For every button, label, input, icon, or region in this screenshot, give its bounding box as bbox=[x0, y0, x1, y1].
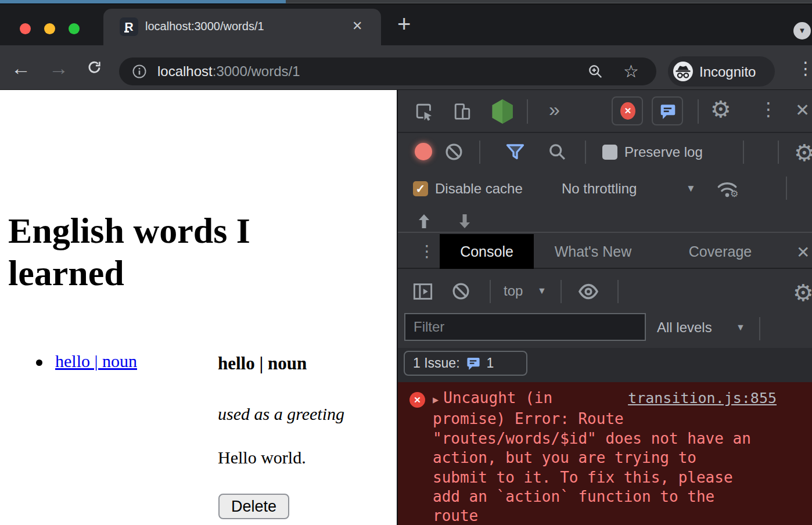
list-bullet bbox=[36, 359, 42, 366]
browser-tab[interactable]: R localhost:3000/words/1 ✕ bbox=[103, 9, 381, 45]
record-network-icon[interactable] bbox=[415, 143, 432, 160]
word-definition: used as a greeting bbox=[218, 404, 344, 424]
network-toolbar: Preserve log ⚙ bbox=[398, 134, 812, 170]
devtools-menu-icon[interactable]: ⋮ bbox=[759, 98, 778, 120]
issue-message-icon bbox=[466, 356, 481, 371]
devtools-main-toolbar: » ✕ ⚙ ⋮ ✕ bbox=[398, 90, 812, 133]
web-page: English words I learned hello | noun hel… bbox=[0, 90, 397, 525]
filter-input[interactable] bbox=[404, 313, 646, 341]
error-line: Uncaught (in bbox=[443, 389, 552, 407]
favicon-letter: R bbox=[124, 20, 133, 33]
page-heading: English words I learned bbox=[8, 210, 322, 294]
disable-cache-checkbox[interactable]: ✓ bbox=[413, 181, 428, 196]
console-settings-icon[interactable]: ⚙ bbox=[793, 279, 812, 306]
node-icon[interactable] bbox=[490, 98, 515, 125]
network-options-row: ✓ Disable cache No throttling ▼ ⚙ bbox=[398, 170, 812, 207]
clear-console-icon[interactable] bbox=[451, 282, 470, 301]
throttling-select[interactable]: No throttling bbox=[562, 181, 637, 197]
reload-button[interactable] bbox=[86, 60, 103, 77]
devtools-panel: » ✕ ⚙ ⋮ ✕ bbox=[397, 90, 812, 525]
issues-area: 1 Issue: 1 bbox=[398, 348, 812, 382]
error-message: ▶Uncaught (in transition.js:855 promise)… bbox=[433, 389, 777, 525]
issues-label: 1 Issue: bbox=[413, 355, 460, 371]
url-path: :3000/words/1 bbox=[213, 63, 300, 79]
drawer-menu-icon[interactable]: ⋮ bbox=[419, 242, 435, 261]
issues-button[interactable]: 1 Issue: 1 bbox=[404, 351, 527, 376]
settings-icon[interactable]: ⚙ bbox=[710, 96, 731, 123]
expand-triangle-icon[interactable]: ▶ bbox=[433, 394, 439, 405]
filter-funnel-icon[interactable] bbox=[505, 142, 526, 163]
issues-badge-button[interactable] bbox=[652, 96, 683, 125]
error-line: "routes/words/$id" does not have an bbox=[433, 429, 777, 448]
error-line: route bbox=[433, 506, 777, 525]
device-toolbar-icon[interactable] bbox=[452, 102, 472, 121]
import-har-icon[interactable] bbox=[415, 212, 433, 232]
word-list-link[interactable]: hello | noun bbox=[55, 351, 137, 371]
disable-cache-label: Disable cache bbox=[435, 181, 523, 197]
forward-button[interactable]: → bbox=[49, 58, 69, 78]
screen: R localhost:3000/words/1 ✕ + ▼ ← → local… bbox=[0, 0, 812, 525]
tab-coverage[interactable]: Coverage bbox=[676, 234, 765, 269]
traffic-light-zoom[interactable] bbox=[69, 23, 80, 34]
address-bar[interactable]: localhost:3000/words/1 ☆ bbox=[119, 57, 656, 85]
word-title: hello | noun bbox=[218, 353, 307, 374]
remix-favicon-icon: R bbox=[120, 17, 138, 36]
word-example: Hello world. bbox=[218, 448, 306, 468]
incognito-icon bbox=[673, 62, 693, 81]
tab-close-icon[interactable]: ✕ bbox=[352, 19, 362, 34]
desktop-sliver bbox=[0, 0, 812, 3]
url-host: localhost bbox=[157, 63, 213, 79]
desktop-sliver-blue bbox=[0, 0, 286, 3]
error-source-link[interactable]: transition.js:855 bbox=[628, 389, 777, 408]
error-line: add an `action` function to the bbox=[433, 487, 777, 506]
search-icon[interactable] bbox=[548, 142, 567, 161]
conditions-gear-icon: ⚙ bbox=[730, 188, 738, 199]
error-badge-icon: ✕ bbox=[620, 102, 635, 120]
console-error-entry: ✕ ▶Uncaught (in transition.js:855 promis… bbox=[398, 382, 812, 525]
tab-title: localhost:3000/words/1 bbox=[145, 20, 264, 33]
zoom-icon[interactable] bbox=[587, 63, 603, 80]
clear-network-icon[interactable] bbox=[444, 142, 464, 161]
traffic-light-minimize[interactable] bbox=[44, 23, 55, 34]
browser-menu-icon[interactable]: ⋮ bbox=[797, 59, 812, 78]
more-panels-icon[interactable]: » bbox=[549, 98, 560, 121]
context-selector[interactable]: top bbox=[504, 283, 523, 299]
tab-console[interactable]: Console bbox=[440, 234, 534, 269]
throttling-dropdown-icon[interactable]: ▼ bbox=[686, 183, 696, 195]
bookmark-star-icon[interactable]: ☆ bbox=[623, 61, 639, 81]
preserve-log-checkbox[interactable] bbox=[602, 145, 617, 160]
tab-strip: R localhost:3000/words/1 ✕ + ▼ bbox=[0, 4, 812, 45]
back-button[interactable]: ← bbox=[11, 58, 31, 78]
live-expression-icon[interactable] bbox=[577, 281, 600, 302]
site-info-icon[interactable] bbox=[132, 64, 147, 79]
error-line: submit to it. To fix this, please bbox=[433, 468, 777, 487]
error-badge-button[interactable]: ✕ bbox=[612, 96, 643, 125]
drawer-close-icon[interactable]: ✕ bbox=[796, 243, 810, 262]
incognito-badge[interactable]: Incognito bbox=[668, 56, 775, 87]
export-har-icon[interactable] bbox=[456, 212, 473, 232]
error-line: action, but you are trying to bbox=[433, 448, 777, 468]
error-icon: ✕ bbox=[409, 392, 425, 408]
context-dropdown-icon[interactable]: ▼ bbox=[537, 286, 547, 296]
levels-dropdown-icon[interactable]: ▼ bbox=[736, 322, 745, 333]
traffic-light-close[interactable] bbox=[20, 23, 31, 34]
delete-button[interactable]: Delete bbox=[218, 494, 289, 519]
tab-whats-new[interactable]: What's New bbox=[542, 234, 644, 269]
url-text: localhost:3000/words/1 bbox=[157, 63, 300, 80]
log-levels-select[interactable]: All levels bbox=[657, 319, 712, 336]
inspect-element-icon[interactable] bbox=[414, 102, 434, 121]
console-toolbar: top ▼ ⚙ bbox=[398, 270, 812, 313]
error-line: promise) Error: Route bbox=[433, 409, 777, 429]
preserve-log-label: Preserve log bbox=[624, 144, 703, 160]
tab-search-button[interactable]: ▼ bbox=[793, 22, 811, 39]
network-conditions-icon[interactable]: ⚙ bbox=[715, 178, 739, 201]
devtools-close-icon[interactable]: ✕ bbox=[795, 100, 810, 120]
incognito-label: Incognito bbox=[699, 64, 756, 80]
network-settings-icon[interactable]: ⚙ bbox=[794, 139, 812, 166]
issues-count: 1 bbox=[487, 355, 494, 371]
new-tab-button[interactable]: + bbox=[397, 11, 411, 37]
drawer-tab-bar: ⋮ Console What's New Coverage ✕ bbox=[398, 234, 812, 269]
console-sidebar-icon[interactable] bbox=[412, 281, 434, 303]
har-row bbox=[398, 207, 812, 233]
console-filter-row: All levels ▼ bbox=[398, 313, 812, 347]
